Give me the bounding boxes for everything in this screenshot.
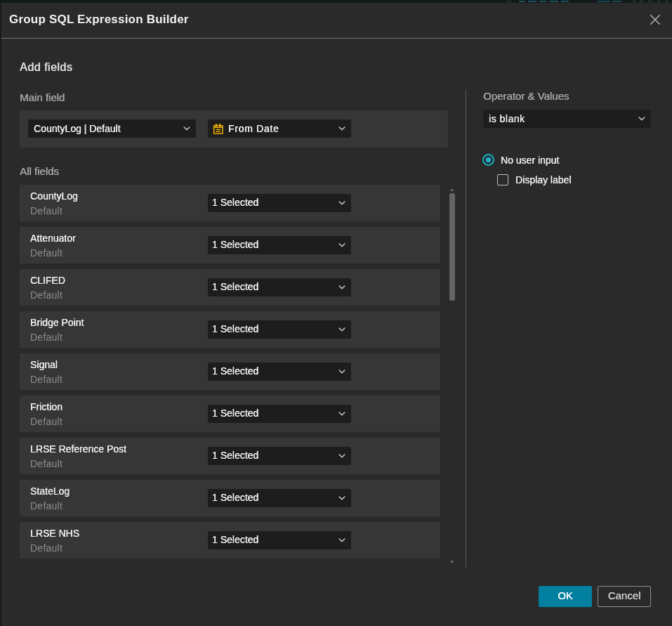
chevron-down-icon <box>338 370 345 374</box>
background-app-fragment <box>640 1 643 2</box>
field-selected-dropdown[interactable]: 1 Selected <box>208 194 351 212</box>
field-name: LRSE NHS <box>30 528 79 539</box>
field-selected-value: 1 Selected <box>212 197 338 208</box>
chevron-down-icon <box>338 496 345 500</box>
ok-button[interactable]: OK <box>539 586 592 607</box>
background-app-fragment <box>612 1 621 2</box>
close-icon <box>650 14 661 25</box>
field-selected-value: 1 Selected <box>212 407 338 419</box>
dialog-title: Group SQL Expression Builder <box>9 13 189 27</box>
field-source: Default <box>30 542 62 554</box>
field-selected-dropdown[interactable]: 1 Selected <box>208 447 351 465</box>
main-layer-select[interactable]: CountyLog | Default <box>28 119 196 138</box>
operator-select-value: is blank <box>489 113 638 124</box>
field-source: Default <box>30 289 62 301</box>
field-row: CLIFED Default 1 Selected <box>20 269 440 306</box>
display-label-text: Display label <box>515 174 571 185</box>
field-name: CountyLog <box>30 190 78 202</box>
chevron-down-icon <box>183 126 190 131</box>
chevron-down-icon <box>338 126 345 131</box>
field-source: Default <box>30 205 62 216</box>
all-fields-label: All fields <box>20 165 59 177</box>
main-field-label: Main field <box>20 91 65 103</box>
field-source: Default <box>30 332 62 343</box>
main-field-panel: CountyLog | Default From Date <box>20 110 448 148</box>
screen: Group SQL Expression Builder Add fields … <box>0 0 672 626</box>
field-selected-value: 1 Selected <box>212 450 338 461</box>
field-source: Default <box>30 374 62 385</box>
field-selected-dropdown[interactable]: 1 Selected <box>208 363 351 381</box>
field-selected-value: 1 Selected <box>212 492 338 503</box>
field-source: Default <box>30 458 62 469</box>
field-row: Attenuator Default 1 Selected <box>20 227 440 263</box>
field-selected-dropdown[interactable]: 1 Selected <box>208 489 351 507</box>
main-field-select[interactable]: From Date <box>208 119 351 138</box>
background-app-fragment <box>561 1 569 2</box>
field-selected-dropdown[interactable]: 1 Selected <box>208 405 351 423</box>
panel-divider <box>466 89 466 568</box>
chevron-down-icon <box>338 454 345 458</box>
close-button[interactable] <box>648 13 662 27</box>
field-selected-value: 1 Selected <box>212 534 338 545</box>
main-field-select-value: From Date <box>228 123 338 134</box>
chevron-down-icon <box>638 117 645 121</box>
field-name: Attenuator <box>30 233 76 244</box>
screen-left-edge <box>0 3 1 626</box>
add-fields-heading: Add fields <box>20 61 72 74</box>
field-row: StateLog Default 1 Selected <box>20 480 440 516</box>
background-app-fragment <box>519 1 525 2</box>
list-scrollbar[interactable] <box>449 185 455 568</box>
chevron-down-icon <box>338 327 345 332</box>
background-app-fragment <box>539 1 546 2</box>
field-name: LRSE Reference Post <box>30 443 126 455</box>
radio-selected-icon <box>482 154 494 166</box>
display-label-checkbox[interactable]: Display label <box>497 174 571 185</box>
chevron-down-icon <box>338 538 345 542</box>
field-source: Default <box>30 416 62 427</box>
field-selected-dropdown[interactable]: 1 Selected <box>208 531 351 549</box>
field-row: LRSE Reference Post Default 1 Selected <box>20 438 440 474</box>
field-selected-dropdown[interactable]: 1 Selected <box>208 320 351 339</box>
chevron-down-icon <box>338 201 345 205</box>
field-row: Signal Default 1 Selected <box>20 353 440 390</box>
group-sql-expression-builder-dialog: Group SQL Expression Builder Add fields … <box>0 3 672 626</box>
title-divider <box>0 38 672 39</box>
background-app-fragment <box>665 1 668 2</box>
field-selected-dropdown[interactable]: 1 Selected <box>208 236 351 254</box>
scrollbar-thumb[interactable] <box>449 193 455 301</box>
field-selected-dropdown[interactable]: 1 Selected <box>208 278 351 296</box>
operator-select[interactable]: is blank <box>483 110 651 128</box>
field-name: Friction <box>30 401 62 412</box>
checkbox-unchecked-icon <box>497 174 508 185</box>
field-row: LRSE NHS Default 1 Selected <box>20 522 440 559</box>
field-row: CountyLog Default 1 Selected <box>20 185 440 221</box>
calendar-icon <box>213 123 223 134</box>
field-source: Default <box>30 500 62 511</box>
field-name: StateLog <box>30 485 70 497</box>
field-selected-value: 1 Selected <box>212 281 338 292</box>
field-selected-value: 1 Selected <box>212 365 338 377</box>
field-row: Bridge Point Default 1 Selected <box>20 311 440 348</box>
scrollbar-down-arrow-icon[interactable] <box>450 561 454 563</box>
no-user-input-label: No user input <box>501 155 559 166</box>
field-selected-value: 1 Selected <box>212 239 338 250</box>
background-app-fragment <box>657 1 661 2</box>
background-app-fragment <box>549 1 558 2</box>
field-selected-value: 1 Selected <box>212 323 338 334</box>
operator-values-label: Operator & Values <box>483 90 569 102</box>
scrollbar-up-arrow-icon[interactable] <box>450 188 454 191</box>
background-app-fragment <box>507 1 511 2</box>
field-name: Bridge Point <box>30 317 84 328</box>
background-app-fragment <box>648 1 652 2</box>
field-row: Friction Default 1 Selected <box>20 396 440 432</box>
chevron-down-icon <box>338 285 345 289</box>
background-app-fragment <box>633 1 636 2</box>
background-app-fragment <box>528 1 536 2</box>
field-source: Default <box>30 247 62 259</box>
background-app-fragment <box>598 1 610 2</box>
chevron-down-icon <box>338 243 345 247</box>
no-user-input-radio[interactable]: No user input <box>482 154 559 166</box>
field-name: Signal <box>30 359 58 370</box>
cancel-button[interactable]: Cancel <box>598 586 651 607</box>
field-name: CLIFED <box>30 275 65 286</box>
